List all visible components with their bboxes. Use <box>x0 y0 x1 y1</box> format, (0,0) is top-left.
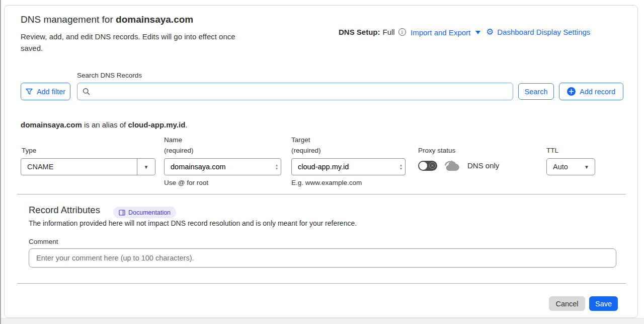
target-required-label: (required) <box>291 147 321 154</box>
page-bottom-strip <box>1 318 644 324</box>
type-select[interactable]: CNAME ▼ <box>21 158 155 175</box>
info-icon[interactable]: i <box>398 28 406 36</box>
toggle-off-x-icon: ✕ <box>429 162 436 169</box>
alias-period: . <box>185 120 187 129</box>
record-attributes-heading: Record Attributes <box>29 205 100 216</box>
section-divider <box>17 283 626 284</box>
page-title-domain: domainsaya.com <box>116 14 193 25</box>
chevron-down-icon: ▼ <box>144 164 149 170</box>
dashboard-display-settings-link[interactable]: ⚙ Dashboard Display Settings <box>486 28 590 36</box>
page-title-prefix: DNS management for <box>21 14 116 25</box>
dns-management-card: DNS management for domainsaya.com Review… <box>4 5 638 318</box>
section-divider <box>17 194 626 195</box>
documentation-badge[interactable]: Documentation <box>113 207 176 218</box>
book-icon <box>119 210 125 216</box>
search-button-label: Search <box>525 88 548 96</box>
ttl-select-value: Auto <box>553 163 568 171</box>
gear-icon: ⚙ <box>486 28 494 36</box>
proxy-toggle[interactable]: ✕ <box>418 161 437 171</box>
add-record-label: Add record <box>580 88 615 96</box>
search-icon <box>83 88 91 96</box>
add-record-button[interactable]: Add record <box>559 83 623 100</box>
stepper-arrows-icon[interactable]: ▲▼ <box>397 164 405 170</box>
dns-setup-status: DNS Setup: Full i <box>339 28 406 36</box>
alias-domain: domainsaya.com <box>21 120 82 129</box>
stepper-arrows-icon[interactable]: ▲▼ <box>273 164 281 170</box>
import-export-menu[interactable]: Import and Export <box>411 28 480 37</box>
target-field-container: ▲▼ <box>291 158 406 175</box>
chevron-down-icon <box>475 31 480 34</box>
add-filter-label: Add filter <box>37 88 65 96</box>
comment-field[interactable] <box>29 254 616 262</box>
name-field-container: ▲▼ <box>164 158 281 175</box>
viewport-left-edge <box>0 0 1 324</box>
toggle-knob <box>419 162 427 170</box>
alias-middle: is an alias of <box>82 120 128 129</box>
dns-setup-value: Full <box>383 28 395 36</box>
cancel-button-label: Cancel <box>555 300 578 308</box>
plus-circle-icon <box>567 87 576 96</box>
add-filter-button[interactable]: Add filter <box>21 83 70 100</box>
type-select-caret-box[interactable]: ▼ <box>137 159 155 175</box>
cancel-button[interactable]: Cancel <box>549 296 585 311</box>
target-label: Target <box>291 136 310 144</box>
dns-management-page: DNS management for domainsaya.com Review… <box>0 0 644 324</box>
target-field[interactable] <box>292 163 397 171</box>
target-helper-text: E.g. www.example.com <box>291 179 362 186</box>
page-title: DNS management for domainsaya.com <box>21 14 193 25</box>
dashboard-settings-label: Dashboard Display Settings <box>497 28 590 36</box>
alias-sentence: domainsaya.com is an alias of cloud-app.… <box>21 120 188 129</box>
comment-field-container <box>29 248 616 268</box>
filter-icon <box>26 88 33 95</box>
type-label: Type <box>22 147 36 154</box>
name-helper-text: Use @ for root <box>164 179 208 186</box>
name-label: Name <box>164 136 182 144</box>
import-export-label: Import and Export <box>411 28 470 37</box>
search-button[interactable]: Search <box>518 83 554 100</box>
dns-setup-label: DNS Setup: <box>339 28 380 36</box>
search-input-container <box>77 83 513 100</box>
proxy-status-label: Proxy status <box>418 147 455 154</box>
save-button-label: Save <box>595 300 612 308</box>
save-button[interactable]: Save <box>589 296 618 311</box>
search-input[interactable] <box>95 88 508 96</box>
chevron-down-icon: ▼ <box>584 164 589 170</box>
documentation-badge-label: Documentation <box>128 209 171 216</box>
name-field[interactable] <box>165 163 273 171</box>
proxy-status-row: ✕ DNS only <box>418 159 499 172</box>
proxy-status-value: DNS only <box>467 161 499 170</box>
type-select-value: CNAME <box>21 159 137 175</box>
alias-target: cloud-app.my.id <box>128 120 185 129</box>
page-subtitle: Review, add, and edit DNS records. Edits… <box>21 31 256 54</box>
record-attributes-description: The information provided here will not i… <box>29 219 357 227</box>
ttl-label: TTL <box>546 147 558 154</box>
name-required-label: (required) <box>164 147 194 154</box>
comment-label: Comment <box>29 238 58 245</box>
search-records-label: Search DNS Records <box>77 72 142 79</box>
dns-cloud-icon <box>444 159 461 172</box>
ttl-select[interactable]: Auto ▼ <box>546 158 595 175</box>
